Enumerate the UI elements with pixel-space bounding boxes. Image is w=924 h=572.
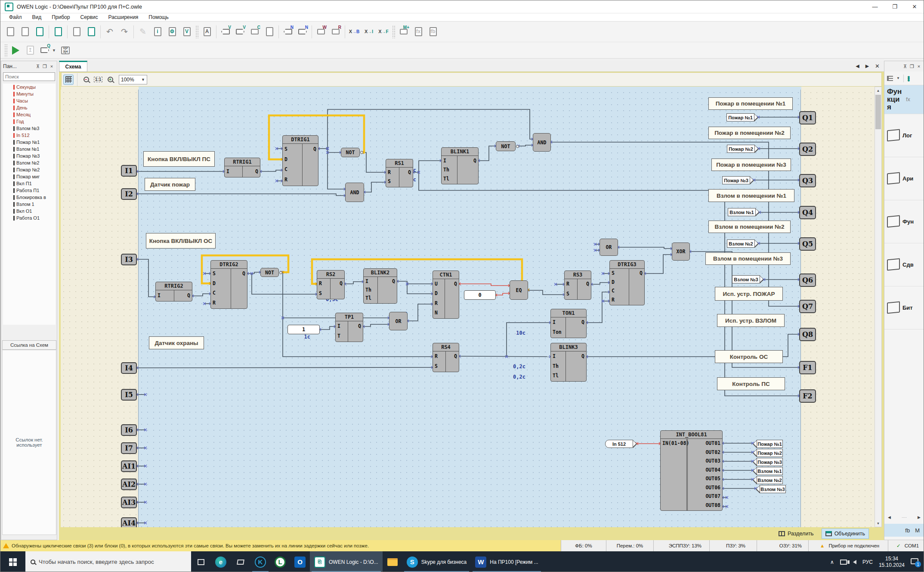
variable-Работа П1[interactable]: Работа П1 [3, 187, 56, 194]
toggle-grid-button[interactable] [63, 75, 74, 85]
read-block-button[interactable]: R [329, 25, 343, 39]
paste-button[interactable] [84, 25, 98, 39]
net-output-tag-button[interactable]: N [296, 25, 309, 39]
output-Q1[interactable]: Q1 [799, 111, 816, 124]
output-Q8[interactable]: Q8 [799, 328, 816, 341]
fb-BLINK3[interactable]: BLINK3IThTlQ [550, 343, 587, 382]
k-app-icon[interactable]: K [250, 551, 270, 572]
menu-Файл[interactable]: Файл [4, 13, 27, 22]
zoom-out-button[interactable]: − [81, 75, 91, 85]
libre-app-icon[interactable]: L [270, 551, 290, 572]
variables-table-button[interactable]: V [180, 25, 194, 39]
volume-icon[interactable] [853, 560, 856, 564]
fb-RS1[interactable]: RS1RSQ [386, 159, 413, 187]
menu-Прибор[interactable]: Прибор [46, 13, 75, 22]
tab-schema[interactable]: Схема [59, 61, 87, 72]
variable-Пожар №2[interactable]: Пожар №2 [3, 166, 56, 173]
fb-BLINK1[interactable]: BLINK1IThTlQ [441, 147, 479, 184]
tag-out-Взлом №3[interactable]: Взлом №3 [732, 275, 764, 283]
clock[interactable]: 15:3415.10.2024 [879, 556, 905, 569]
const-1[interactable]: 1 [287, 325, 320, 334]
tag-in-Пожар №3[interactable]: Пожар №3 [753, 458, 783, 466]
fb-or-14[interactable]: OR [389, 312, 408, 330]
fb-RS2[interactable]: RS2RSQ [317, 270, 345, 299]
fb-and-7[interactable]: AND [533, 133, 551, 152]
delay-block-button[interactable] [263, 25, 276, 39]
input-I4[interactable]: I4 [121, 362, 137, 374]
view-mode-dropdown-icon[interactable]: ▼ [896, 76, 900, 80]
fb-eq-16[interactable]: EQ [510, 280, 528, 300]
fb-doc-button[interactable]: fb [426, 25, 440, 39]
tab-close-icon[interactable]: ✕ [875, 63, 880, 69]
param-value[interactable]: 1c [286, 334, 310, 340]
conv-to-float-button[interactable]: X→F [377, 25, 390, 39]
fb-or-22[interactable]: OR [600, 239, 618, 256]
fb-RTRIG1[interactable]: RTRIG1IQ [224, 158, 260, 177]
fb-not-2[interactable]: NOT [341, 148, 360, 157]
fb-RS3[interactable]: RS3RSQ [564, 270, 591, 300]
run-simulation-button[interactable] [12, 46, 19, 55]
output-F2[interactable]: F2 [799, 389, 816, 403]
remote-app-icon[interactable] [231, 551, 250, 572]
variable-Вкл О1[interactable]: Вкл О1 [3, 208, 56, 214]
comment[interactable]: Пожар в помещении №1 [708, 97, 793, 110]
input-I2[interactable]: I2 [121, 188, 137, 200]
fb-DTRIG2[interactable]: DTRIG2SDCRQ [210, 260, 247, 309]
zoom-select[interactable]: 100%▼ [119, 75, 147, 84]
net-input-tag-button[interactable]: N [281, 25, 295, 39]
tag-out-Пожар №3[interactable]: Пожар №3 [722, 176, 754, 184]
q-block-dropdown[interactable]: ▼ [52, 48, 56, 53]
close-panel-icon[interactable]: × [48, 64, 55, 69]
merge-view-button[interactable]: Объединить [822, 528, 869, 539]
task-view-button[interactable] [191, 551, 211, 572]
library-item-Ари[interactable]: Ари [884, 157, 924, 200]
maximize-panel-icon[interactable]: ❐ [41, 64, 48, 69]
comment[interactable]: Кнопка ВКЛ/ВЫКЛ ОС [146, 233, 216, 249]
undo-button[interactable]: ↶ [103, 25, 117, 39]
tab-scroll-left-icon[interactable]: ◀ [856, 63, 859, 69]
close-panel-icon[interactable]: × [915, 64, 922, 69]
output-Q4[interactable]: Q4 [799, 206, 816, 219]
fb-RTRIG2[interactable]: RTRIG2IQ [155, 282, 192, 302]
tray-expand-icon[interactable]: ∧ [830, 559, 834, 565]
fb-BLINK2[interactable]: BLINK2IThTlQ [363, 268, 397, 304]
menu-Расширения[interactable]: Расширения [103, 13, 144, 22]
conv-to-bool-button[interactable]: X→B [347, 25, 361, 39]
menu-Помощь[interactable]: Помощь [143, 13, 173, 22]
var-output-tag-button[interactable]: V [233, 25, 247, 39]
canvas-vertical-scrollbar[interactable]: ▲ ▼ [875, 87, 882, 527]
network-icon[interactable] [840, 560, 847, 565]
variable-Минуты[interactable]: Минуты [3, 90, 56, 97]
comment[interactable]: Датчик пожар [145, 178, 195, 191]
variable-Взлом 1[interactable]: Взлом 1 [3, 201, 56, 208]
variable-Работа О1[interactable]: Работа О1 [3, 214, 56, 221]
scroll-up-icon[interactable]: ▲ [875, 87, 881, 94]
tag-in-Пожар №2[interactable]: Пожар №2 [753, 449, 783, 457]
const-0[interactable]: 0 [464, 290, 496, 300]
output-Q2[interactable]: Q2 [799, 143, 816, 156]
scroll-down-icon[interactable]: ▼ [875, 520, 881, 527]
print-button[interactable] [51, 25, 65, 39]
scroll-right-icon[interactable]: ▶ [918, 515, 921, 519]
fb-RS4[interactable]: RS4RSQ [433, 343, 459, 372]
copy-button[interactable] [70, 25, 83, 39]
var-input-tag-button[interactable]: V [219, 25, 232, 39]
fb-not-10[interactable]: NOT [260, 268, 279, 277]
output-Q6[interactable]: Q6 [799, 274, 816, 287]
input-I7[interactable]: I7 [121, 442, 137, 454]
comment[interactable]: Контроль ОС [715, 350, 783, 363]
library-item-Сдв[interactable]: Сдв [884, 243, 924, 286]
variable-Вкл П1[interactable]: Вкл П1 [3, 180, 56, 187]
input-I1[interactable]: I1 [121, 165, 137, 177]
conv-to-int-button[interactable]: X→I [362, 25, 376, 39]
tag-in-Взлом №3[interactable]: Взлом №3 [756, 485, 786, 493]
schema-links-header[interactable]: Ссылка на Схем [2, 340, 56, 350]
fb-not-6[interactable]: NOT [496, 141, 516, 151]
variable-Часы[interactable]: Часы [3, 97, 56, 104]
search-input[interactable]: Поиск [3, 72, 55, 81]
fb-DTRIG1[interactable]: DTRIG1SDCRQ [282, 135, 318, 186]
input-I6[interactable]: I6 [121, 424, 137, 436]
pin-icon[interactable]: ⊼ [902, 64, 909, 69]
output-F1[interactable]: F1 [799, 361, 816, 374]
const-block-button[interactable]: C [248, 25, 262, 39]
